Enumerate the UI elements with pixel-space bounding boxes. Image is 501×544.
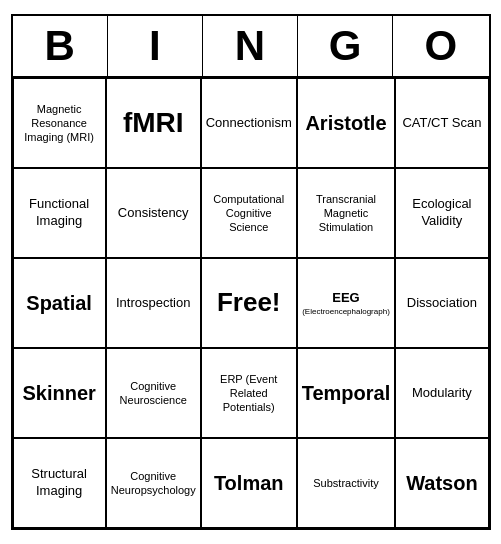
cell-9[interactable]: Ecological Validity xyxy=(395,168,488,258)
cell-20[interactable]: Structural Imaging xyxy=(13,438,106,528)
eeg-abbr: EEG xyxy=(332,290,359,307)
cell-12-free[interactable]: Free! xyxy=(201,258,297,348)
cell-8[interactable]: Transcranial Magnetic Stimulation xyxy=(297,168,396,258)
cell-23[interactable]: Substractivity xyxy=(297,438,396,528)
cell-10[interactable]: Spatial xyxy=(13,258,106,348)
cell-17[interactable]: ERP (Event Related Potentials) xyxy=(201,348,297,438)
cell-19[interactable]: Modularity xyxy=(395,348,488,438)
cell-22[interactable]: Tolman xyxy=(201,438,297,528)
cell-14[interactable]: Dissociation xyxy=(395,258,488,348)
bingo-header: B I N G O xyxy=(13,16,489,78)
cell-21[interactable]: Cognitive Neuropsychology xyxy=(106,438,201,528)
cell-18[interactable]: Temporal xyxy=(297,348,396,438)
cell-16[interactable]: Cognitive Neuroscience xyxy=(106,348,201,438)
cell-5[interactable]: Functional Imaging xyxy=(13,168,106,258)
eeg-full: (Electroencephalograph) xyxy=(302,307,390,317)
cell-24[interactable]: Watson xyxy=(395,438,488,528)
letter-i: I xyxy=(108,16,203,76)
letter-b: B xyxy=(13,16,108,76)
bingo-grid: Magnetic Resonance Imaging (MRI) fMRI Co… xyxy=(13,78,489,528)
cell-7[interactable]: Computational Cognitive Science xyxy=(201,168,297,258)
cell-6[interactable]: Consistency xyxy=(106,168,201,258)
cell-15[interactable]: Skinner xyxy=(13,348,106,438)
cell-0[interactable]: Magnetic Resonance Imaging (MRI) xyxy=(13,78,106,168)
cell-1[interactable]: fMRI xyxy=(106,78,201,168)
eeg-content: EEG (Electroencephalograph) xyxy=(302,290,390,316)
cell-4[interactable]: CAT/CT Scan xyxy=(395,78,488,168)
letter-o: O xyxy=(393,16,488,76)
letter-n: N xyxy=(203,16,298,76)
bingo-card: B I N G O Magnetic Resonance Imaging (MR… xyxy=(11,14,491,530)
cell-2[interactable]: Connectionism xyxy=(201,78,297,168)
cell-11[interactable]: Introspection xyxy=(106,258,201,348)
cell-13[interactable]: EEG (Electroencephalograph) xyxy=(297,258,396,348)
cell-3[interactable]: Aristotle xyxy=(297,78,396,168)
letter-g: G xyxy=(298,16,393,76)
